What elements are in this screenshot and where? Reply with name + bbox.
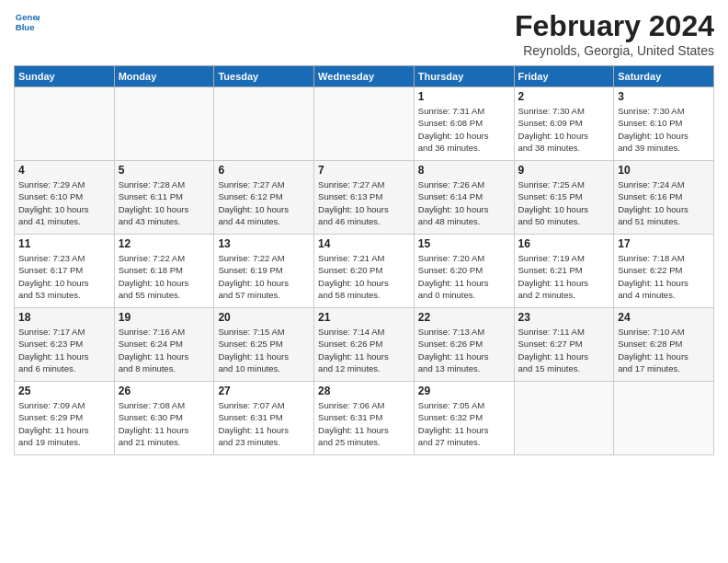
day-info: Sunrise: 7:09 AM Sunset: 6:29 PM Dayligh… — [18, 399, 110, 448]
day-info: Sunrise: 7:08 AM Sunset: 6:30 PM Dayligh… — [119, 399, 210, 448]
day-info: Sunrise: 7:18 AM Sunset: 6:22 PM Dayligh… — [618, 252, 710, 301]
day-info: Sunrise: 7:21 AM Sunset: 6:20 PM Dayligh… — [318, 252, 410, 301]
day-info: Sunrise: 7:22 AM Sunset: 6:18 PM Dayligh… — [119, 252, 210, 301]
calendar-cell: 26Sunrise: 7:08 AM Sunset: 6:30 PM Dayli… — [114, 382, 214, 455]
day-number: 16 — [518, 237, 610, 250]
day-number: 10 — [618, 164, 710, 177]
day-info: Sunrise: 7:25 AM Sunset: 6:15 PM Dayligh… — [518, 178, 610, 227]
day-info: Sunrise: 7:13 AM Sunset: 6:26 PM Dayligh… — [418, 326, 510, 374]
calendar-cell: 27Sunrise: 7:07 AM Sunset: 6:31 PM Dayli… — [214, 382, 314, 455]
day-info: Sunrise: 7:14 AM Sunset: 6:26 PM Dayligh… — [318, 326, 410, 374]
calendar-cell: 6Sunrise: 7:27 AM Sunset: 6:12 PM Daylig… — [214, 161, 314, 235]
calendar-cell: 11Sunrise: 7:23 AM Sunset: 6:17 PM Dayli… — [15, 235, 115, 308]
day-info: Sunrise: 7:16 AM Sunset: 6:24 PM Dayligh… — [119, 326, 210, 374]
calendar-cell: 7Sunrise: 7:27 AM Sunset: 6:13 PM Daylig… — [314, 161, 415, 235]
page-title: February 2024 — [515, 9, 714, 43]
calendar-cell: 13Sunrise: 7:22 AM Sunset: 6:19 PM Dayli… — [214, 235, 314, 308]
day-number: 12 — [119, 237, 210, 250]
day-number: 25 — [18, 385, 110, 397]
day-number: 22 — [418, 311, 510, 324]
day-number: 29 — [418, 385, 510, 397]
calendar-cell: 9Sunrise: 7:25 AM Sunset: 6:15 PM Daylig… — [514, 161, 614, 235]
calendar-cell — [114, 87, 214, 161]
calendar-table: SundayMondayTuesdayWednesdayThursdayFrid… — [14, 65, 714, 455]
day-info: Sunrise: 7:06 AM Sunset: 6:31 PM Dayligh… — [318, 399, 410, 448]
day-number: 13 — [218, 237, 310, 250]
calendar-cell: 28Sunrise: 7:06 AM Sunset: 6:31 PM Dayli… — [314, 382, 415, 455]
calendar-cell: 25Sunrise: 7:09 AM Sunset: 6:29 PM Dayli… — [15, 382, 115, 455]
calendar-week-row: 25Sunrise: 7:09 AM Sunset: 6:29 PM Dayli… — [15, 382, 714, 455]
calendar-week-row: 1Sunrise: 7:31 AM Sunset: 6:08 PM Daylig… — [15, 87, 714, 161]
day-number: 27 — [218, 385, 310, 397]
day-info: Sunrise: 7:22 AM Sunset: 6:19 PM Dayligh… — [218, 252, 310, 301]
calendar-cell: 17Sunrise: 7:18 AM Sunset: 6:22 PM Dayli… — [614, 235, 714, 308]
calendar-cell: 24Sunrise: 7:10 AM Sunset: 6:28 PM Dayli… — [614, 308, 714, 382]
day-number: 14 — [318, 237, 410, 250]
calendar-cell: 5Sunrise: 7:28 AM Sunset: 6:11 PM Daylig… — [114, 161, 214, 235]
calendar-week-row: 4Sunrise: 7:29 AM Sunset: 6:10 PM Daylig… — [15, 161, 714, 235]
calendar-cell: 12Sunrise: 7:22 AM Sunset: 6:18 PM Dayli… — [114, 235, 214, 308]
calendar-cell: 8Sunrise: 7:26 AM Sunset: 6:14 PM Daylig… — [414, 161, 514, 235]
day-info: Sunrise: 7:26 AM Sunset: 6:14 PM Dayligh… — [418, 178, 510, 227]
logo-icon: General Blue — [14, 9, 40, 35]
calendar-header-wednesday: Wednesday — [314, 66, 415, 87]
calendar-week-row: 11Sunrise: 7:23 AM Sunset: 6:17 PM Dayli… — [15, 235, 714, 308]
day-number: 20 — [218, 311, 310, 324]
calendar-cell: 10Sunrise: 7:24 AM Sunset: 6:16 PM Dayli… — [614, 161, 714, 235]
svg-text:General: General — [16, 12, 40, 22]
calendar-header-saturday: Saturday — [614, 66, 714, 87]
day-number: 8 — [418, 164, 510, 177]
calendar-cell: 14Sunrise: 7:21 AM Sunset: 6:20 PM Dayli… — [314, 235, 415, 308]
calendar-cell: 19Sunrise: 7:16 AM Sunset: 6:24 PM Dayli… — [114, 308, 214, 382]
day-info: Sunrise: 7:10 AM Sunset: 6:28 PM Dayligh… — [618, 326, 710, 374]
day-info: Sunrise: 7:23 AM Sunset: 6:17 PM Dayligh… — [18, 252, 110, 301]
day-info: Sunrise: 7:30 AM Sunset: 6:10 PM Dayligh… — [618, 105, 710, 154]
calendar-cell: 4Sunrise: 7:29 AM Sunset: 6:10 PM Daylig… — [15, 161, 115, 235]
calendar-cell: 2Sunrise: 7:30 AM Sunset: 6:09 PM Daylig… — [514, 87, 614, 161]
svg-text:Blue: Blue — [16, 22, 35, 32]
calendar-header-tuesday: Tuesday — [214, 66, 314, 87]
day-number: 21 — [318, 311, 410, 324]
calendar-header-row: SundayMondayTuesdayWednesdayThursdayFrid… — [15, 66, 714, 87]
day-info: Sunrise: 7:31 AM Sunset: 6:08 PM Dayligh… — [418, 105, 510, 154]
calendar-cell: 23Sunrise: 7:11 AM Sunset: 6:27 PM Dayli… — [514, 308, 614, 382]
day-number: 6 — [218, 164, 310, 177]
day-number: 1 — [418, 90, 510, 103]
day-number: 19 — [119, 311, 210, 324]
day-info: Sunrise: 7:29 AM Sunset: 6:10 PM Dayligh… — [18, 178, 110, 227]
calendar-cell: 29Sunrise: 7:05 AM Sunset: 6:32 PM Dayli… — [414, 382, 514, 455]
day-info: Sunrise: 7:24 AM Sunset: 6:16 PM Dayligh… — [618, 178, 710, 227]
page-subtitle: Reynolds, Georgia, United States — [515, 43, 714, 58]
title-block: February 2024 Reynolds, Georgia, United … — [515, 9, 714, 58]
day-number: 11 — [18, 237, 110, 250]
day-info: Sunrise: 7:30 AM Sunset: 6:09 PM Dayligh… — [518, 105, 610, 154]
calendar-cell — [514, 382, 614, 455]
calendar-cell: 1Sunrise: 7:31 AM Sunset: 6:08 PM Daylig… — [414, 87, 514, 161]
calendar-header-sunday: Sunday — [15, 66, 115, 87]
calendar-cell: 21Sunrise: 7:14 AM Sunset: 6:26 PM Dayli… — [314, 308, 415, 382]
day-number: 9 — [518, 164, 610, 177]
day-info: Sunrise: 7:19 AM Sunset: 6:21 PM Dayligh… — [518, 252, 610, 301]
calendar-cell: 20Sunrise: 7:15 AM Sunset: 6:25 PM Dayli… — [214, 308, 314, 382]
calendar-cell — [614, 382, 714, 455]
calendar-cell: 18Sunrise: 7:17 AM Sunset: 6:23 PM Dayli… — [15, 308, 115, 382]
day-number: 4 — [18, 164, 110, 177]
calendar-cell: 3Sunrise: 7:30 AM Sunset: 6:10 PM Daylig… — [614, 87, 714, 161]
day-number: 23 — [518, 311, 610, 324]
day-number: 15 — [418, 237, 510, 250]
day-info: Sunrise: 7:20 AM Sunset: 6:20 PM Dayligh… — [418, 252, 510, 301]
calendar-week-row: 18Sunrise: 7:17 AM Sunset: 6:23 PM Dayli… — [15, 308, 714, 382]
day-info: Sunrise: 7:17 AM Sunset: 6:23 PM Dayligh… — [18, 326, 110, 374]
calendar-cell: 15Sunrise: 7:20 AM Sunset: 6:20 PM Dayli… — [414, 235, 514, 308]
day-number: 28 — [318, 385, 410, 397]
day-number: 7 — [318, 164, 410, 177]
day-number: 3 — [618, 90, 710, 103]
day-info: Sunrise: 7:07 AM Sunset: 6:31 PM Dayligh… — [218, 399, 310, 448]
day-number: 5 — [119, 164, 210, 177]
calendar-cell — [314, 87, 415, 161]
day-number: 24 — [618, 311, 710, 324]
calendar-header-thursday: Thursday — [414, 66, 514, 87]
day-info: Sunrise: 7:27 AM Sunset: 6:12 PM Dayligh… — [218, 178, 310, 227]
calendar-header-friday: Friday — [514, 66, 614, 87]
day-info: Sunrise: 7:28 AM Sunset: 6:11 PM Dayligh… — [119, 178, 210, 227]
